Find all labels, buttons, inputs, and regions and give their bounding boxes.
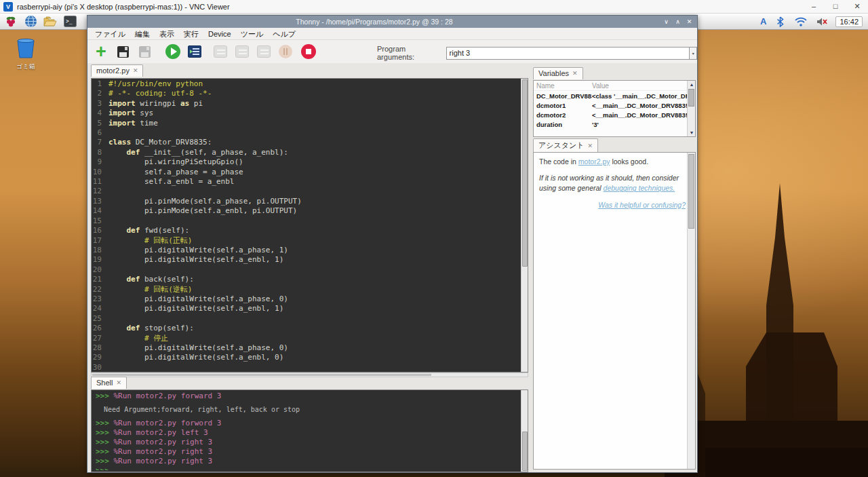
step-over-button[interactable] <box>212 43 229 60</box>
line-number: 14 <box>92 206 108 216</box>
step-out-button[interactable] <box>256 43 272 60</box>
editor-vertical-scrollbar[interactable] <box>521 79 528 372</box>
variables-tabbar: Variables ✕ <box>533 66 583 80</box>
trash-bin-icon <box>15 38 37 58</box>
menu-file[interactable]: ファイル <box>90 28 130 40</box>
raspberry-menu-icon[interactable] <box>3 15 18 28</box>
step-out-icon <box>257 45 271 58</box>
web-browser-icon[interactable] <box>23 15 38 28</box>
tab-close-icon[interactable]: ✕ <box>588 142 593 149</box>
assistant-feedback: Was it helpful or confusing? <box>539 200 686 210</box>
scroll-down-icon[interactable]: ▼ <box>688 129 696 136</box>
code-line: 8 def __init__(self, a_phase, a_enbl): <box>92 148 520 157</box>
table-row[interactable]: DC_Motor_DRV8835<class '__main__.DC_Moto… <box>534 91 695 100</box>
step-into-button[interactable] <box>234 43 250 60</box>
table-row[interactable]: dcmotor2<__main__.DC_Motor_DRV8835 objec… <box>534 110 695 119</box>
variable-name: DC_Motor_DRV8835 <box>536 92 592 100</box>
keyboard-layout-indicator[interactable]: A <box>760 16 766 26</box>
variable-value: '3' <box>592 121 692 128</box>
code-lines: 1#!/usr/bin/env python2# -*- coding: utf… <box>92 79 520 371</box>
assistant-scrollbar[interactable] <box>687 153 695 469</box>
shell-line: >>> %Run motor2.py right 3 <box>96 438 520 447</box>
wifi-icon[interactable] <box>793 15 808 28</box>
vnc-minimize-button[interactable]: – <box>803 0 825 13</box>
tab-variables[interactable]: Variables ✕ <box>533 67 583 79</box>
thonny-toolbar: + Program arguments: ▾ <box>87 40 697 63</box>
menu-help[interactable]: ヘルプ <box>268 28 300 40</box>
plus-icon: + <box>96 44 106 59</box>
vnc-close-button[interactable]: ✕ <box>846 0 868 13</box>
code-line: 30 <box>92 363 520 371</box>
stop-button[interactable] <box>300 43 317 60</box>
scroll-up-icon[interactable]: ▲ <box>688 81 696 88</box>
assistant-hint: If it is not working as it should, then … <box>539 173 686 193</box>
code-line: 9 pi.wiringPiSetupGpio() <box>92 157 520 167</box>
menu-tools[interactable]: ツール <box>236 28 269 40</box>
code-editor[interactable]: 1#!/usr/bin/env python2# -*- coding: utf… <box>91 78 528 373</box>
tab-shell[interactable]: Shell ✕ <box>91 377 127 389</box>
code-line: 18 pi.digitalWrite(self.a_phase, 1) <box>92 246 520 255</box>
line-number: 10 <box>92 168 108 177</box>
line-number: 7 <box>92 138 108 147</box>
line-number: 9 <box>92 157 108 167</box>
variables-scrollbar[interactable]: ▲ ▼ <box>687 81 695 136</box>
thonny-minimize-button[interactable]: ∨ <box>661 16 671 28</box>
line-number: 2 <box>92 89 108 98</box>
thonny-window: Thonny - /home/pi/Programs/motor2.py @ 3… <box>87 15 698 473</box>
table-row[interactable]: duration'3' <box>534 119 695 129</box>
line-number: 22 <box>92 285 108 294</box>
variable-name: duration <box>536 121 592 128</box>
line-number: 28 <box>92 343 108 353</box>
resume-button[interactable] <box>277 43 294 60</box>
save-button[interactable] <box>136 43 153 60</box>
vnc-logo-icon: V <box>3 2 13 12</box>
vnc-maximize-button[interactable]: □ <box>825 0 846 13</box>
bluetooth-icon[interactable] <box>772 15 787 28</box>
menu-edit[interactable]: 編集 <box>130 28 155 40</box>
thonny-window-title: Thonny - /home/pi/Programs/motor2.py @ 3… <box>87 18 661 26</box>
assistant-text: The code in <box>539 157 578 166</box>
step-into-icon <box>235 45 249 58</box>
tab-close-icon[interactable]: ✕ <box>133 67 138 74</box>
tab-close-icon[interactable]: ✕ <box>572 70 578 77</box>
thonny-close-button[interactable]: ✕ <box>684 16 694 28</box>
feedback-link[interactable]: Was it helpful or confusing? <box>598 201 686 209</box>
table-row[interactable]: dcmotor1<__main__.DC_Motor_DRV8835 objec… <box>534 100 695 110</box>
thonny-maximize-button[interactable]: ∧ <box>673 16 683 28</box>
debugging-techniques-link[interactable]: debugging techniques. <box>604 184 675 192</box>
volume-muted-icon[interactable] <box>814 15 829 28</box>
code-line: 15 <box>92 216 520 226</box>
trash-desktop-icon[interactable]: ゴミ箱 <box>11 38 41 71</box>
variables-rows: DC_Motor_DRV8835<class '__main__.DC_Moto… <box>534 91 695 129</box>
code-line: 1#!/usr/bin/env python <box>92 79 520 89</box>
code-line: 13 pi.pinMode(self.a_phase, pi.OUTPUT) <box>92 197 520 206</box>
file-manager-icon[interactable] <box>43 15 58 28</box>
menu-run[interactable]: 実行 <box>179 28 203 40</box>
resume-icon <box>279 45 292 58</box>
open-file-button[interactable] <box>115 43 131 60</box>
combo-dropdown-icon[interactable]: ▾ <box>690 47 697 60</box>
menu-device[interactable]: Device <box>203 28 236 40</box>
menu-view[interactable]: 表示 <box>155 28 179 40</box>
shell-vertical-scrollbar[interactable] <box>521 390 528 472</box>
line-number: 18 <box>92 246 108 255</box>
code-line: 16 def fwd(self): <box>92 226 520 235</box>
tab-close-icon[interactable]: ✕ <box>116 379 121 386</box>
program-arguments-input[interactable] <box>446 47 690 60</box>
assistant-text: looks good. <box>610 157 648 166</box>
motor2py-link[interactable]: motor2.py <box>578 157 610 166</box>
tab-assistant[interactable]: アシスタント ✕ <box>533 138 598 153</box>
editor-horizontal-scrollbar[interactable] <box>91 373 528 377</box>
code-line: 24 pi.digitalWrite(self.a_enbl, 1) <box>92 304 520 313</box>
line-number: 3 <box>92 99 108 109</box>
vnc-window-title: rasberrypi-aiy (pi's X desktop (raspberr… <box>17 3 230 11</box>
terminal-icon[interactable]: >_ <box>62 15 77 28</box>
shell-panel[interactable]: >>> %Run motor2.py forward 3 Need Argume… <box>91 389 528 472</box>
column-name: Name <box>536 82 592 90</box>
line-number: 6 <box>92 128 108 138</box>
debug-button[interactable] <box>186 43 203 60</box>
tab-motor2py[interactable]: motor2.py ✕ <box>91 64 143 77</box>
new-file-button[interactable]: + <box>93 43 109 60</box>
clock[interactable]: 16:42 <box>835 16 863 27</box>
run-button[interactable] <box>165 43 181 60</box>
